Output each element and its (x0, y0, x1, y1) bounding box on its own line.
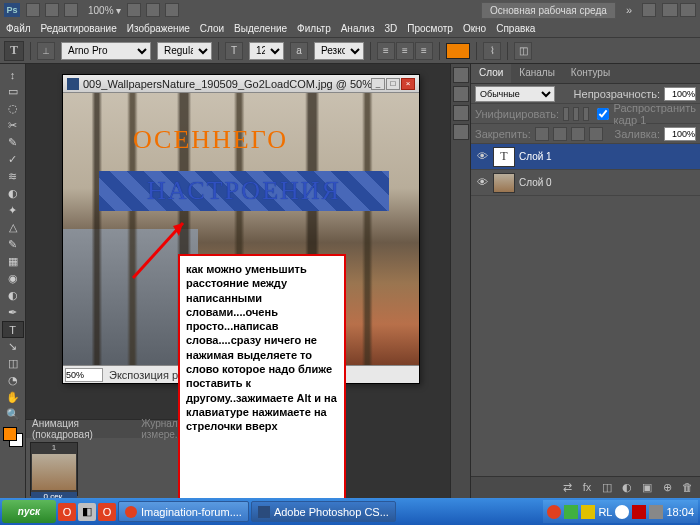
layer-style-icon[interactable]: fx (580, 481, 594, 495)
layer-name-1[interactable]: Слой 1 (519, 151, 552, 162)
bridge-icon[interactable] (26, 3, 40, 17)
tray-icon-4[interactable] (615, 505, 629, 519)
font-family-select[interactable]: Arno Pro (61, 42, 151, 60)
tray-icon-3[interactable] (581, 505, 595, 519)
unify-visibility-icon[interactable] (573, 107, 579, 121)
eraser-tool[interactable]: ✎ (2, 236, 24, 253)
menu-analysis[interactable]: Анализ (341, 23, 375, 34)
crop-tool[interactable]: ✎ (2, 134, 24, 151)
ql-app-icon[interactable]: ◧ (78, 503, 96, 521)
shape-tool[interactable]: ◫ (2, 355, 24, 372)
screenmode-icon[interactable] (64, 3, 78, 17)
zoom-level[interactable]: 100% ▾ (88, 5, 121, 16)
unify-style-icon[interactable] (583, 107, 589, 121)
text-selection-box[interactable]: НАСТРОЕНИЯ (99, 171, 389, 211)
lock-pixels-icon[interactable] (553, 127, 567, 141)
layer-name-2[interactable]: Слой 0 (519, 177, 552, 188)
viewmode-icon[interactable] (45, 3, 59, 17)
rotate-icon[interactable] (146, 3, 160, 17)
ql-opera-icon[interactable]: O (58, 503, 76, 521)
zoom-tool[interactable]: 🔍 (2, 406, 24, 423)
dock-icon-1[interactable] (453, 67, 469, 83)
text-orientation-icon[interactable]: ⟂ (37, 42, 55, 60)
layer-row-2[interactable]: 👁 Слой 0 (471, 170, 700, 196)
type-tool[interactable]: T (2, 321, 24, 338)
tray-icon-1[interactable] (547, 505, 561, 519)
doc-maximize-button[interactable]: □ (386, 78, 400, 90)
healing-tool[interactable]: ≋ (2, 168, 24, 185)
ql-opera2-icon[interactable]: O (98, 503, 116, 521)
menu-select[interactable]: Выделение (234, 23, 287, 34)
delete-layer-icon[interactable]: 🗑 (680, 481, 694, 495)
menu-3d[interactable]: 3D (384, 23, 397, 34)
task-browser[interactable]: Imagination-forum.... (118, 501, 249, 522)
animation-frame-1[interactable]: 1 0 сек. (30, 442, 78, 496)
hand-tool[interactable]: ✋ (2, 389, 24, 406)
maximize-button[interactable] (680, 3, 696, 17)
propagate-checkbox[interactable] (597, 108, 609, 120)
align-left-icon[interactable]: ≡ (377, 42, 395, 60)
menu-edit[interactable]: Редактирование (41, 23, 117, 34)
opacity-input[interactable] (664, 87, 696, 101)
menu-window[interactable]: Окно (463, 23, 486, 34)
dock-icon-3[interactable] (453, 105, 469, 121)
blur-tool[interactable]: ◉ (2, 270, 24, 287)
move-tool[interactable]: ↕ (2, 66, 24, 83)
layer-mask-icon[interactable]: ◫ (600, 481, 614, 495)
dodge-tool[interactable]: ◐ (2, 287, 24, 304)
unify-position-icon[interactable] (563, 107, 569, 121)
new-layer-icon[interactable]: ⊕ (660, 481, 674, 495)
brush-tool[interactable]: ◐ (2, 185, 24, 202)
task-photoshop[interactable]: Adobe Photoshop CS... (251, 501, 396, 522)
antialias-select[interactable]: Резкое (314, 42, 364, 60)
lock-position-icon[interactable] (571, 127, 585, 141)
tab-channels[interactable]: Каналы (511, 64, 563, 83)
align-center-icon[interactable]: ≡ (396, 42, 414, 60)
doc-close-button[interactable]: × (401, 78, 415, 90)
blend-mode-select[interactable]: Обычные (475, 86, 555, 102)
layer-group-icon[interactable]: ▣ (640, 481, 654, 495)
hand-icon[interactable] (127, 3, 141, 17)
lock-all-icon[interactable] (589, 127, 603, 141)
doc-zoom-input[interactable] (65, 368, 103, 382)
tray-volume-icon[interactable] (649, 505, 663, 519)
document-titlebar[interactable]: 009_WallpapersNature_190509_Go2LoadCOM.j… (63, 75, 419, 93)
align-right-icon[interactable]: ≡ (415, 42, 433, 60)
font-size-select[interactable]: 12 пт (249, 42, 284, 60)
menu-file[interactable]: Файл (6, 23, 31, 34)
tray-icon-5[interactable] (632, 505, 646, 519)
history-brush-tool[interactable]: △ (2, 219, 24, 236)
layer-row-1[interactable]: 👁 T Слой 1 (471, 144, 700, 170)
language-indicator[interactable]: RL (598, 506, 612, 518)
warp-text-icon[interactable]: ⌇ (483, 42, 501, 60)
font-style-select[interactable]: Regular (157, 42, 212, 60)
menu-help[interactable]: Справка (496, 23, 535, 34)
minimize-button[interactable] (662, 3, 678, 17)
lasso-tool[interactable]: ◌ (2, 100, 24, 117)
tray-icon-2[interactable] (564, 505, 578, 519)
tab-animation[interactable]: Анимация (покадровая) (32, 418, 131, 440)
current-tool-icon[interactable]: T (4, 41, 24, 61)
menu-filter[interactable]: Фильтр (297, 23, 331, 34)
arrange-icon[interactable] (165, 3, 179, 17)
menu-image[interactable]: Изображение (127, 23, 190, 34)
character-panel-icon[interactable]: ◫ (514, 42, 532, 60)
text-layer-1[interactable]: ОСЕННЕГО (133, 125, 288, 155)
cslive-icon[interactable] (642, 3, 656, 17)
clock[interactable]: 18:04 (666, 506, 694, 518)
gradient-tool[interactable]: ▦ (2, 253, 24, 270)
visibility-icon[interactable]: 👁 (475, 176, 489, 190)
path-tool[interactable]: ↘ (2, 338, 24, 355)
stamp-tool[interactable]: ✦ (2, 202, 24, 219)
pen-tool[interactable]: ✒ (2, 304, 24, 321)
color-swatches[interactable] (3, 427, 23, 447)
visibility-icon[interactable]: 👁 (475, 150, 489, 164)
lock-transparency-icon[interactable] (535, 127, 549, 141)
eyedropper-tool[interactable]: ✓ (2, 151, 24, 168)
3d-tool[interactable]: ◔ (2, 372, 24, 389)
dock-icon-4[interactable] (453, 124, 469, 140)
link-layers-icon[interactable]: ⇄ (560, 481, 574, 495)
fill-input[interactable] (664, 127, 696, 141)
system-tray[interactable]: RL 18:04 (543, 500, 698, 523)
marquee-tool[interactable]: ▭ (2, 83, 24, 100)
